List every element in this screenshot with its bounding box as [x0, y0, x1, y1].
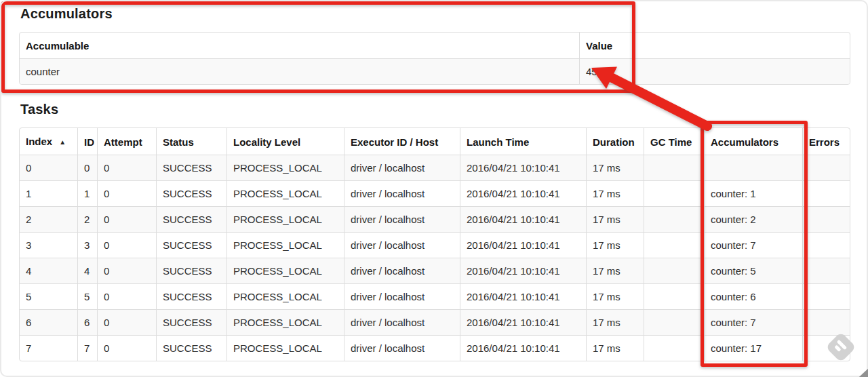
- duration-cell: 17 ms: [586, 309, 644, 335]
- index-cell: 4: [20, 258, 77, 283]
- launch-time-cell: 2016/04/21 10:10:41: [460, 180, 586, 206]
- launch-time-cell: 2016/04/21 10:10:41: [460, 283, 586, 309]
- executor-id-host-cell: driver / localhost: [344, 283, 460, 309]
- index-header-label: Index: [26, 136, 52, 147]
- value-column-header: Value: [579, 33, 850, 58]
- errors-header-label: Errors: [809, 136, 840, 148]
- table-row: 220SUCCESSPROCESS_LOCALdriver / localhos…: [20, 206, 850, 232]
- executor-id-host-cell: driver / localhost: [344, 258, 460, 283]
- executor-id-host-column-header[interactable]: Executor ID / Host: [344, 128, 460, 155]
- launch-time-cell: 2016/04/21 10:10:41: [460, 258, 586, 283]
- index-column-header[interactable]: Index▲: [20, 128, 77, 155]
- accumulators-cell: counter: 7: [704, 309, 802, 335]
- table-row: 000SUCCESSPROCESS_LOCALdriver / localhos…: [20, 155, 850, 180]
- gc-time-column-header[interactable]: GC Time: [644, 128, 704, 155]
- accumulable-header-label: Accumulable: [26, 40, 89, 52]
- locality-level-column-header[interactable]: Locality Level: [226, 128, 344, 155]
- attempt-cell: 0: [97, 335, 156, 361]
- accumulators-cell: counter: 5: [704, 258, 802, 283]
- status-cell: SUCCESS: [156, 155, 226, 180]
- gc-time-cell: [644, 180, 704, 206]
- accumulable-name-cell: counter: [20, 58, 579, 84]
- id-cell: 5: [77, 283, 97, 309]
- accumulators-cell: [704, 155, 802, 180]
- table-row: 110SUCCESSPROCESS_LOCALdriver / localhos…: [20, 180, 850, 206]
- launch-time-column-header[interactable]: Launch Time: [460, 128, 586, 155]
- errors-cell: [802, 206, 850, 232]
- accumulators-cell: counter: 1: [704, 180, 802, 206]
- index-cell: 0: [20, 155, 77, 180]
- status-header-label: Status: [163, 136, 194, 148]
- accumulators-cell: counter: 2: [704, 206, 802, 232]
- accumulators-cell: counter: 7: [704, 232, 802, 258]
- accumulators-header-label: Accumulators: [711, 136, 778, 148]
- accumulators-cell: counter: 17: [704, 335, 802, 361]
- corner-resize-mark: [858, 368, 868, 377]
- duration-header-label: Duration: [593, 136, 635, 148]
- executor-id-host-cell: driver / localhost: [344, 180, 460, 206]
- launch-time-cell: 2016/04/21 10:10:41: [460, 232, 586, 258]
- errors-cell: [802, 283, 850, 309]
- table-row: 660SUCCESSPROCESS_LOCALdriver / localhos…: [20, 309, 850, 335]
- status-cell: SUCCESS: [156, 206, 226, 232]
- index-cell: 2: [20, 206, 77, 232]
- index-cell: 6: [20, 309, 77, 335]
- attempt-cell: 0: [97, 155, 156, 180]
- locality-level-cell: PROCESS_LOCAL: [226, 309, 344, 335]
- attempt-column-header[interactable]: Attempt: [97, 128, 156, 155]
- errors-cell: [802, 232, 850, 258]
- duration-cell: 17 ms: [586, 206, 644, 232]
- id-cell: 4: [77, 258, 97, 283]
- duration-cell: 17 ms: [586, 232, 644, 258]
- executor-id-host-cell: driver / localhost: [344, 206, 460, 232]
- status-cell: SUCCESS: [156, 335, 226, 361]
- gc-time-cell: [644, 258, 704, 283]
- tasks-table: Index▲ ID Attempt Status Locality Level …: [19, 127, 850, 361]
- id-cell: 1: [77, 180, 97, 206]
- attempt-cell: 0: [97, 283, 156, 309]
- accumulators-heading: Accumulators: [20, 5, 850, 22]
- index-cell: 1: [20, 180, 77, 206]
- locality-level-cell: PROCESS_LOCAL: [226, 335, 344, 361]
- table-row: 330SUCCESSPROCESS_LOCALdriver / localhos…: [20, 232, 850, 258]
- table-row: 770SUCCESSPROCESS_LOCALdriver / localhos…: [20, 335, 850, 361]
- status-cell: SUCCESS: [156, 309, 226, 335]
- executor-id-host-header-label: Executor ID / Host: [351, 136, 438, 148]
- locality-level-cell: PROCESS_LOCAL: [226, 155, 344, 180]
- id-cell: 3: [77, 232, 97, 258]
- accumulators-cell: counter: 6: [704, 283, 802, 309]
- gc-time-cell: [644, 283, 704, 309]
- id-cell: 7: [77, 335, 97, 361]
- duration-column-header[interactable]: Duration: [586, 128, 644, 155]
- locality-level-cell: PROCESS_LOCAL: [226, 206, 344, 232]
- errors-cell: [802, 155, 850, 180]
- attempt-header-label: Attempt: [104, 136, 142, 148]
- id-column-header[interactable]: ID: [77, 128, 97, 155]
- locality-level-header-label: Locality Level: [233, 136, 300, 148]
- errors-cell: [802, 258, 850, 283]
- accumulators-header-row: Accumulable Value: [20, 33, 850, 58]
- errors-cell: [802, 180, 850, 206]
- tasks-section: Tasks Index▲ ID Attempt Status Locality …: [19, 101, 850, 361]
- gc-time-header-label: GC Time: [650, 136, 692, 148]
- errors-column-header[interactable]: Errors: [802, 128, 850, 155]
- index-cell: 7: [20, 335, 77, 361]
- launch-time-cell: 2016/04/21 10:10:41: [460, 335, 586, 361]
- status-column-header[interactable]: Status: [156, 128, 226, 155]
- tasks-header-row: Index▲ ID Attempt Status Locality Level …: [20, 128, 850, 155]
- attempt-cell: 0: [97, 180, 156, 206]
- accumulators-column-header[interactable]: Accumulators: [704, 128, 802, 155]
- accumulable-column-header: Accumulable: [20, 33, 579, 58]
- table-row: counter 45: [20, 58, 850, 84]
- attempt-cell: 0: [97, 258, 156, 283]
- attempt-cell: 0: [97, 232, 156, 258]
- table-row: 440SUCCESSPROCESS_LOCALdriver / localhos…: [20, 258, 850, 283]
- status-cell: SUCCESS: [156, 180, 226, 206]
- status-cell: SUCCESS: [156, 232, 226, 258]
- gc-time-cell: [644, 155, 704, 180]
- id-cell: 0: [77, 155, 97, 180]
- tasks-heading: Tasks: [20, 101, 850, 117]
- index-cell: 3: [20, 232, 77, 258]
- executor-id-host-cell: driver / localhost: [344, 335, 460, 361]
- launch-time-header-label: Launch Time: [467, 136, 529, 148]
